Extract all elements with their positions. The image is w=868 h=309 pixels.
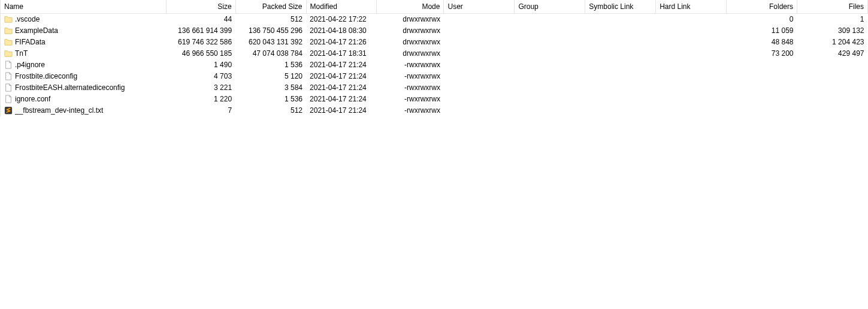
cell-user bbox=[444, 105, 515, 116]
column-header-row: Name Size Packed Size Modified Mode User… bbox=[1, 0, 868, 14]
cell-hardlink bbox=[656, 59, 727, 71]
column-header-mode[interactable]: Mode bbox=[377, 0, 444, 14]
table-row[interactable]: Frostbite.diceconfig4 7035 1202021-04-17… bbox=[1, 71, 868, 82]
cell-packed: 1 536 bbox=[235, 59, 306, 71]
table-row[interactable]: FrostbiteEASH.alternatediceconfig3 2213 … bbox=[1, 82, 868, 94]
folder-icon bbox=[4, 38, 13, 46]
cell-modified: 2021-04-17 21:24 bbox=[306, 59, 377, 71]
file-name-label: .p4ignore bbox=[15, 61, 45, 69]
table-row[interactable]: __fbstream_dev-integ_cl.txt75122021-04-1… bbox=[1, 105, 868, 116]
file-icon bbox=[4, 95, 13, 103]
cell-modified: 2021-04-18 08:30 bbox=[306, 25, 377, 37]
file-name-label: TnT bbox=[15, 49, 28, 58]
cell-folders: 0 bbox=[727, 14, 797, 25]
column-header-name[interactable]: Name bbox=[1, 0, 167, 14]
cell-group bbox=[515, 105, 585, 116]
file-icon bbox=[4, 61, 13, 69]
column-header-files[interactable]: Files bbox=[797, 0, 868, 14]
cell-folders bbox=[727, 59, 797, 71]
column-header-user[interactable]: User bbox=[444, 0, 515, 14]
cell-user bbox=[444, 71, 515, 82]
column-header-symlink[interactable]: Symbolic Link bbox=[585, 0, 656, 14]
cell-symlink bbox=[585, 105, 656, 116]
file-icon bbox=[4, 83, 13, 92]
cell-modified: 2021-04-17 18:31 bbox=[306, 48, 377, 59]
cell-mode: drwxrwxrwx bbox=[377, 14, 444, 25]
cell-packed: 512 bbox=[235, 105, 306, 116]
cell-size: 1 490 bbox=[167, 59, 236, 71]
table-row[interactable]: .vscode445122021-04-22 17:22drwxrwxrwx01 bbox=[1, 14, 868, 25]
cell-hardlink bbox=[656, 94, 727, 105]
cell-group bbox=[515, 59, 585, 71]
cell-size: 136 661 914 399 bbox=[167, 25, 236, 37]
cell-size: 44 bbox=[167, 14, 236, 25]
cell-folders bbox=[727, 71, 797, 82]
table-row[interactable]: ignore.conf1 2201 5362021-04-17 21:24-rw… bbox=[1, 94, 868, 105]
file-name-label: FrostbiteEASH.alternatediceconfig bbox=[15, 83, 125, 92]
column-header-packed[interactable]: Packed Size bbox=[235, 0, 306, 14]
column-header-modified[interactable]: Modified bbox=[306, 0, 377, 14]
table-row[interactable]: TnT46 966 550 18547 074 038 7842021-04-1… bbox=[1, 48, 868, 59]
cell-files: 309 132 bbox=[797, 25, 868, 37]
cell-group bbox=[515, 94, 585, 105]
cell-files: 1 bbox=[797, 14, 868, 25]
cell-mode: -rwxrwxrwx bbox=[377, 82, 444, 94]
cell-packed: 5 120 bbox=[235, 71, 306, 82]
cell-size: 619 746 322 586 bbox=[167, 37, 236, 48]
file-name-label: ignore.conf bbox=[15, 95, 50, 103]
sublime-text-icon bbox=[4, 106, 13, 115]
folder-icon bbox=[4, 49, 13, 58]
cell-symlink bbox=[585, 71, 656, 82]
cell-mode: -rwxrwxrwx bbox=[377, 105, 444, 116]
cell-files bbox=[797, 59, 868, 71]
table-row[interactable]: ExampleData136 661 914 399136 750 455 29… bbox=[1, 25, 868, 37]
file-name-label: ExampleData bbox=[15, 26, 58, 35]
cell-hardlink bbox=[656, 82, 727, 94]
cell-group bbox=[515, 71, 585, 82]
cell-group bbox=[515, 82, 585, 94]
file-name-label: FIFAData bbox=[15, 38, 46, 46]
table-row[interactable]: .p4ignore1 4901 5362021-04-17 21:24-rwxr… bbox=[1, 59, 868, 71]
cell-user bbox=[444, 37, 515, 48]
cell-user bbox=[444, 14, 515, 25]
cell-size: 7 bbox=[167, 105, 236, 116]
cell-hardlink bbox=[656, 37, 727, 48]
table-row[interactable]: FIFAData619 746 322 586620 043 131 39220… bbox=[1, 37, 868, 48]
cell-user bbox=[444, 59, 515, 71]
cell-packed: 3 584 bbox=[235, 82, 306, 94]
cell-folders bbox=[727, 105, 797, 116]
cell-modified: 2021-04-17 21:24 bbox=[306, 71, 377, 82]
cell-size: 3 221 bbox=[167, 82, 236, 94]
cell-name: Frostbite.diceconfig bbox=[1, 71, 167, 82]
column-header-size[interactable]: Size bbox=[167, 0, 236, 14]
cell-name: TnT bbox=[1, 48, 167, 59]
cell-files bbox=[797, 82, 868, 94]
cell-packed: 1 536 bbox=[235, 94, 306, 105]
cell-hardlink bbox=[656, 25, 727, 37]
cell-user bbox=[444, 48, 515, 59]
column-header-folders[interactable]: Folders bbox=[727, 0, 797, 14]
cell-group bbox=[515, 25, 585, 37]
cell-mode: drwxrwxrwx bbox=[377, 48, 444, 59]
cell-name: FrostbiteEASH.alternatediceconfig bbox=[1, 82, 167, 94]
folder-icon bbox=[4, 26, 13, 35]
cell-name: __fbstream_dev-integ_cl.txt bbox=[1, 105, 167, 116]
cell-group bbox=[515, 37, 585, 48]
column-header-group[interactable]: Group bbox=[515, 0, 585, 14]
column-header-hardlink[interactable]: Hard Link bbox=[656, 0, 727, 14]
cell-packed: 620 043 131 392 bbox=[235, 37, 306, 48]
cell-mode: drwxrwxrwx bbox=[377, 25, 444, 37]
cell-name: .vscode bbox=[1, 14, 167, 25]
cell-symlink bbox=[585, 14, 656, 25]
cell-name: ExampleData bbox=[1, 25, 167, 37]
cell-user bbox=[444, 25, 515, 37]
folder-icon bbox=[4, 15, 13, 23]
cell-name: ignore.conf bbox=[1, 94, 167, 105]
cell-folders: 73 200 bbox=[727, 48, 797, 59]
file-icon bbox=[4, 72, 13, 80]
cell-mode: -rwxrwxrwx bbox=[377, 59, 444, 71]
cell-files bbox=[797, 105, 868, 116]
cell-files: 1 204 423 bbox=[797, 37, 868, 48]
cell-packed: 47 074 038 784 bbox=[235, 48, 306, 59]
cell-mode: -rwxrwxrwx bbox=[377, 94, 444, 105]
